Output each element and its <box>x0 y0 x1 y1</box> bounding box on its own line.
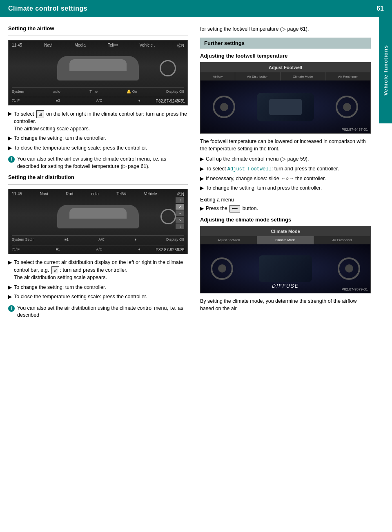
main-content: Setting the airflow 11:45 Navi Media Tel… <box>0 17 392 331</box>
tab4-climate: Climate Mode <box>257 236 314 244</box>
tab-airflow: Airflow <box>200 72 235 80</box>
bullet-arrow-2: ▶ <box>8 135 11 141</box>
tab-air-dist: Air Distribution <box>235 72 281 80</box>
screen3-label: P82.87-9437-31 <box>341 127 368 132</box>
dash-display-off: Display Off <box>166 89 184 94</box>
air-dist-bullet-2: ▶ To change the setting: turn the contro… <box>8 284 188 291</box>
info-icon-1: i <box>8 156 15 163</box>
footwell-bullet-4-text: To change the setting: turn and press th… <box>206 185 322 192</box>
dash2-tel: Tel/✉ <box>116 192 126 197</box>
airflow-bullet-2: ▶ To change the setting: turn the contro… <box>8 135 188 142</box>
dash-vehicle: Vehicle . <box>140 43 155 49</box>
dash2-fan: ♦ <box>134 237 136 241</box>
dash-time: 11:45 <box>12 43 22 49</box>
dash2-fan2: ♦ <box>138 247 140 251</box>
footwell-bullets: ▶ Call up the climate control menu (▷ pa… <box>200 156 371 192</box>
dash2-nav: Navi <box>40 192 48 197</box>
airflow-info-text: You can also set the airflow using the c… <box>17 156 188 170</box>
exiting-bullets: ▶ Press the ⟵ button. <box>200 205 371 212</box>
screen4-label: P82.87-9579-31 <box>341 287 368 291</box>
dash2-rad: Rad <box>66 192 73 197</box>
dash-num3: ■3 <box>56 98 60 103</box>
header-bar: Climate control settings 61 <box>0 0 392 17</box>
right-dial <box>336 96 358 118</box>
car-interior-4 <box>259 255 312 282</box>
climate-mode-heading: Adjusting the climate mode settings <box>200 217 371 223</box>
screen4-title: Climate Mode <box>271 229 300 234</box>
screen4-tabs: Adjust Footwell Climate Mode Air Freshen… <box>200 236 370 244</box>
footwell-bullet-3-text: If necessary, change sides: slide ←○→ th… <box>206 175 326 183</box>
for-setting-text: for setting the footwell temperature (▷ … <box>200 25 371 33</box>
tab4-freshener: Air Freshener <box>314 236 370 244</box>
screenshot1-label: P82.87-9249-31 <box>156 99 185 103</box>
screenshot1: 11:45 Navi Media Tel/✉ Vehicle . ⓪N Syst… <box>8 40 188 105</box>
air-dist-bullet-3: ▶ To close the temperature setting scale… <box>8 293 188 301</box>
press-button-bullet: ▶ Press the ⟵ button. <box>200 205 371 212</box>
section1-heading: Setting the airflow <box>8 25 188 31</box>
dash2-ac: A/C <box>98 237 105 241</box>
screenshot4: Climate Mode Adjust Footwell Climate Mod… <box>200 226 371 293</box>
footwell-body-text: The footwell temperature can be lowered … <box>200 138 371 152</box>
air-dist-bullet-1: ▶ To select the current air distribution… <box>8 259 188 281</box>
bullet-arrow-r3: ▶ <box>200 176 203 182</box>
footwell-bullet-2: ▶ To select Adjust Footwell: turn and pr… <box>200 165 371 173</box>
exiting-menu-label: Exiting a menu <box>200 196 371 203</box>
dash-temp-left: 71°F <box>12 98 20 103</box>
air-dist-bullet-3-text: To close the temperature setting scale: … <box>14 293 147 301</box>
footwell-bullet-2-text: To select Adjust Footwell: turn and pres… <box>206 165 339 173</box>
footwell-bullet-3: ▶ If necessary, change sides: slide ←○→ … <box>200 175 371 183</box>
dash-nav: Navi <box>44 43 52 49</box>
bullet-arrow-r1: ▶ <box>200 156 203 162</box>
airflow-bullet-1: ▶ To select ⊞ on the left or right in th… <box>8 110 188 132</box>
dash-system: System <box>12 89 24 94</box>
dash2-ac2: A/C <box>96 247 102 251</box>
dash2-icon-n: ⓪N <box>177 192 184 197</box>
dash-tel: Tel/✉ <box>108 43 118 49</box>
bullet-arrow-r4: ▶ <box>200 185 203 191</box>
dash2-vehicle: Vehicle . <box>144 192 159 197</box>
dash2-num3: ■1 <box>65 237 69 241</box>
dash-ac: A/C <box>96 98 102 103</box>
left-dial-4 <box>211 257 233 280</box>
dash2-media: edia <box>91 192 99 197</box>
bullet-arrow-5: ▶ <box>8 284 11 291</box>
dash-on: 🔔 On <box>127 89 137 94</box>
dash-media: Media <box>74 43 85 49</box>
airflow-bullet-3-text: To close the temperature setting scale: … <box>14 145 147 152</box>
air-dist-info-box: i You can also set the air distribution … <box>8 305 188 319</box>
bullet-arrow-4: ▶ <box>8 259 11 266</box>
screen4-body: DIFFUSE P82.87-9579-31 <box>200 244 370 293</box>
diffuse-label: DIFFUSE <box>272 283 298 289</box>
footwell-bullet-1-text: Call up the climate control menu (▷ page… <box>206 156 309 163</box>
airflow-icon: ⊞ <box>36 110 44 118</box>
dash2-system: System Settin <box>12 237 35 241</box>
dash2-time: 11:45 <box>12 192 22 197</box>
tab-air-freshener: Air Freshener <box>325 72 370 80</box>
side-tab: Vehicle functions <box>379 17 392 123</box>
section2-divider <box>8 184 188 185</box>
screen3-body: P82.87-9437-31 <box>200 80 370 133</box>
right-column: for setting the footwell temperature (▷ … <box>196 25 379 323</box>
footwell-heading: Adjusting the footwell temperature <box>200 53 371 59</box>
right-dial-4 <box>338 257 360 280</box>
footwell-bullet-4: ▶ To change the setting: turn and press … <box>200 185 371 192</box>
bullet-arrow-r5: ▶ <box>200 206 203 212</box>
dash-time2: Time <box>89 89 98 94</box>
header-title: Climate control settings <box>8 5 87 12</box>
adjust-footwell-mono: Adjust Footwell <box>227 166 272 172</box>
airflow-bullet-2-text: To change the setting: turn the controll… <box>14 135 106 142</box>
screen4-header: Climate Mode <box>200 226 370 236</box>
air-dist-bullet-1-text: To select the current air distribution d… <box>14 259 188 281</box>
air-dist-bullets: ▶ To select the current air distribution… <box>8 259 188 300</box>
section2-heading: Setting the air distribution <box>8 174 188 180</box>
airflow-info-box: i You can also set the airflow using the… <box>8 156 188 170</box>
screenshot2-label: P82.87-9250-31 <box>156 248 185 252</box>
footwell-bullet-1: ▶ Call up the climate control menu (▷ pa… <box>200 156 371 163</box>
air-dist-info-text: You can also set the air distribution us… <box>17 305 188 319</box>
bullet-arrow-r2: ▶ <box>200 166 203 172</box>
exiting-menu-text: Exiting a menu <box>200 197 234 203</box>
air-dist-icon: ↙ <box>51 266 59 274</box>
back-button-icon: ⟵ <box>229 205 240 212</box>
dash2-num: ■1 <box>56 247 60 251</box>
dash2-temp-left: 71°F <box>12 247 20 251</box>
